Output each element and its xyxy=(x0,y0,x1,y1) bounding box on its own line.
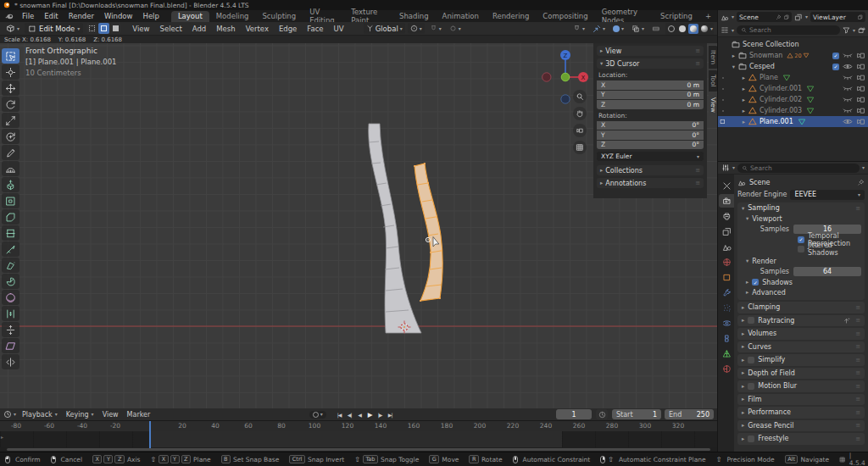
properties-tab[interactable] xyxy=(719,301,734,314)
tool-button[interactable] xyxy=(2,97,19,112)
viewport-canvas[interactable]: Front Orthographic [1] Plane.001 | Plane… xyxy=(0,43,717,408)
properties-tab[interactable] xyxy=(719,240,734,253)
edge-select-button[interactable] xyxy=(98,23,109,34)
render-visibility-toggle[interactable] xyxy=(856,85,865,92)
workspace-tab[interactable]: Scripting xyxy=(654,11,699,22)
visibility-toggle[interactable] xyxy=(843,74,853,81)
transport-button[interactable]: ◀| xyxy=(345,410,354,419)
viewlayer-selector[interactable]: ViewLayer xyxy=(810,12,865,22)
snap-target-dropdown[interactable]: ▾ xyxy=(590,23,608,34)
temporal-reprojection-checkbox[interactable]: ✓ xyxy=(798,236,804,243)
panel-annotations[interactable]: ▸ Annotations ≡ xyxy=(597,178,704,188)
render-visibility-toggle[interactable] xyxy=(856,52,865,59)
outliner-row[interactable]: ▾ Cesped ✓ xyxy=(718,61,868,72)
rendered-shading-button[interactable] xyxy=(699,24,709,34)
raytracing-options-icon[interactable] xyxy=(843,317,850,325)
workspace-tab[interactable]: Animation xyxy=(436,11,486,22)
scene-selector[interactable]: Scene xyxy=(737,12,792,22)
properties-editor-icon[interactable] xyxy=(721,164,730,172)
snapping-dropdown[interactable]: ▾ xyxy=(570,23,587,34)
transport-button[interactable]: ◀ xyxy=(355,410,364,419)
menu-item[interactable]: Help xyxy=(137,12,164,20)
properties-tab[interactable] xyxy=(719,286,734,299)
mode-dropdown[interactable]: Edit Mode ▾ xyxy=(25,23,83,34)
outliner-row[interactable]: ▸ Cylinder.001 ✓ xyxy=(718,83,868,94)
workspace-tab[interactable]: Modeling xyxy=(209,11,256,22)
properties-panel-header[interactable]: ▸ ✓ Grease Pencil ≡ xyxy=(737,420,865,432)
render-visibility-toggle[interactable] xyxy=(856,74,865,81)
menu-item[interactable]: Render xyxy=(64,12,99,20)
properties-tab[interactable] xyxy=(719,194,734,208)
expand-arrow[interactable]: ▸ xyxy=(740,75,748,81)
visibility-toggle[interactable] xyxy=(843,63,853,70)
panel-checkbox[interactable]: ✓ xyxy=(748,317,754,324)
tool-button[interactable] xyxy=(2,145,19,160)
expand-arrow[interactable]: ▸ xyxy=(740,119,748,125)
timeline-scrollbar[interactable] xyxy=(7,448,710,451)
properties-tab[interactable] xyxy=(719,209,734,223)
perspective-toggle-button[interactable] xyxy=(573,141,587,154)
properties-tab[interactable] xyxy=(719,362,734,375)
menu-item[interactable]: Edit xyxy=(39,12,63,20)
proportional-edit-button[interactable]: ▾ xyxy=(447,23,464,34)
playhead[interactable] xyxy=(149,421,151,448)
rotation-field[interactable]: Z 0° xyxy=(597,141,704,150)
tool-button[interactable] xyxy=(2,306,19,321)
rotation-field[interactable]: Y 0° xyxy=(597,130,704,140)
properties-panel-header[interactable]: ▸ ✓ Volumes ≡ xyxy=(737,328,865,340)
location-field[interactable]: Z 0 m xyxy=(597,100,704,109)
viewport-menu-item[interactable]: UV xyxy=(329,25,349,33)
vertex-select-button[interactable] xyxy=(86,23,97,34)
panel-checkbox[interactable]: ✓ xyxy=(748,435,754,442)
properties-tab[interactable] xyxy=(719,225,734,238)
tool-button[interactable] xyxy=(2,129,19,144)
pan-button[interactable] xyxy=(573,107,587,120)
pin-icon[interactable] xyxy=(857,179,865,186)
tool-button[interactable] xyxy=(2,241,19,257)
rotation-order-dropdown[interactable]: XYZ Euler ▾ xyxy=(597,152,704,161)
auto-keying-button[interactable]: ▾ xyxy=(309,411,326,419)
workspace-tab[interactable]: Layout xyxy=(171,11,209,22)
location-field[interactable]: Y 0 m xyxy=(597,91,704,100)
panel-view[interactable]: ▸ View ≡ xyxy=(597,46,704,56)
shadows-checkbox[interactable]: ✓ xyxy=(752,279,759,286)
tool-button[interactable] xyxy=(2,274,19,289)
panel-collections[interactable]: ▸ Collections ≡ xyxy=(597,165,704,175)
tool-button[interactable] xyxy=(2,338,19,353)
workspace-tab[interactable]: Rendering xyxy=(486,11,536,22)
timeline-track-area[interactable] xyxy=(0,431,717,447)
transport-button[interactable]: ▶| xyxy=(386,410,395,419)
menu-item[interactable]: File xyxy=(17,12,39,20)
expand-arrow[interactable]: ▸ xyxy=(740,86,748,92)
tool-button[interactable] xyxy=(2,258,19,273)
n-panel-tab[interactable]: Tool xyxy=(709,70,717,92)
render-visibility-toggle[interactable] xyxy=(856,63,865,70)
current-frame-field[interactable]: 1 xyxy=(556,409,592,419)
visibility-toggle[interactable] xyxy=(843,52,853,59)
properties-panel-header[interactable]: ▸ ✓ Depth of Field ≡ xyxy=(737,368,865,380)
viewport-menu-item[interactable]: Mesh xyxy=(211,25,240,33)
properties-panel-header[interactable]: ▸ ✓ Curves ≡ xyxy=(737,341,865,353)
location-field[interactable]: X 0 m xyxy=(597,80,704,90)
viewport-menu-item[interactable]: Edge xyxy=(274,25,302,33)
outliner-row[interactable]: ▸ Plane ✓ xyxy=(718,72,868,83)
transport-button[interactable]: |▶ xyxy=(376,410,385,419)
add-workspace-button[interactable]: + xyxy=(699,12,717,20)
timeline-editor-icon[interactable] xyxy=(3,410,12,419)
timeline-ruler[interactable]: -80-60-40-202040608010012014016018020022… xyxy=(0,421,717,431)
material-shading-button[interactable] xyxy=(688,24,698,34)
copy-icon[interactable] xyxy=(783,14,789,20)
properties-tab[interactable] xyxy=(719,347,734,360)
timeline-menu-item[interactable]: Marker▾ xyxy=(123,411,155,419)
overlays-dropdown[interactable]: ▾ xyxy=(629,23,647,34)
tool-button[interactable] xyxy=(2,48,19,64)
transport-button[interactable]: |◀ xyxy=(335,410,344,419)
outliner-search-input[interactable]: Search xyxy=(737,25,840,35)
outliner-row[interactable]: ▸ Cylinder.003 ✓ xyxy=(718,105,868,116)
render-samples-field[interactable]: 64 xyxy=(793,267,861,276)
timeline-menu-item[interactable]: View▾ xyxy=(98,411,123,419)
solid-shading-button[interactable] xyxy=(677,24,687,34)
panel-checkbox[interactable]: ✓ xyxy=(748,383,754,390)
visibility-toggle[interactable] xyxy=(843,118,853,125)
expand-arrow[interactable]: ▸ xyxy=(730,53,737,59)
